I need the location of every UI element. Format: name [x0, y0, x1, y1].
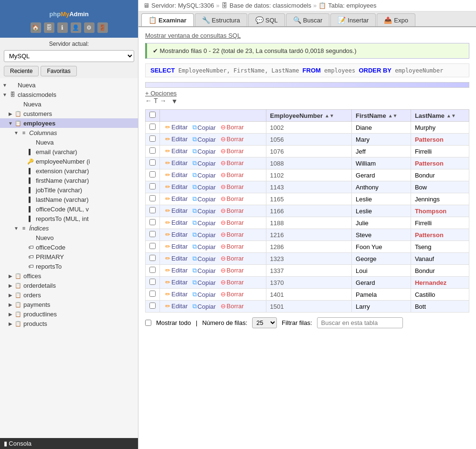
- row-check-0[interactable]: [149, 124, 156, 130]
- delete-button[interactable]: ⊖Borrar: [219, 302, 245, 310]
- delete-button[interactable]: ⊖Borrar: [219, 171, 245, 179]
- toggle-columnas[interactable]: ▼: [13, 130, 19, 136]
- tree-item-offices[interactable]: ▶📋offices: [0, 271, 138, 281]
- row-check-11[interactable]: [149, 255, 156, 261]
- copy-button[interactable]: ⧉Copiar: [191, 147, 217, 156]
- exit-icon[interactable]: 🚪: [97, 22, 108, 33]
- copy-button[interactable]: ⧉Copiar: [191, 230, 217, 239]
- tree-item-nueva-col[interactable]: Nueva: [0, 137, 138, 147]
- tree-item-orders[interactable]: ▶📋orders: [0, 290, 138, 300]
- edit-button[interactable]: ✏Editar: [164, 171, 189, 179]
- tree-item-columnas[interactable]: ▼≡Columnas: [0, 128, 138, 137]
- edit-button[interactable]: ✏Editar: [164, 159, 189, 167]
- tree-item-lastName[interactable]: ▌lastName (varchar): [0, 195, 138, 204]
- home-icon[interactable]: 🏠: [31, 22, 41, 33]
- row-check-10[interactable]: [149, 243, 156, 249]
- delete-button[interactable]: ⊖Borrar: [219, 219, 245, 227]
- tab-estructura[interactable]: 🔧Estructura: [195, 13, 247, 26]
- tree-item-officeCode-idx[interactable]: 🏷officeCode: [0, 242, 138, 252]
- edit-button[interactable]: ✏Editar: [164, 266, 189, 274]
- row-check-6[interactable]: [149, 195, 156, 201]
- toggle-customers[interactable]: ▶: [8, 111, 13, 116]
- tree-item-payments[interactable]: ▶📋payments: [0, 300, 138, 309]
- tab-sql[interactable]: 💬SQL: [248, 13, 285, 26]
- tree-item-nueva-db[interactable]: Nueva: [0, 99, 138, 109]
- tree-item-extension[interactable]: ▌extension (varchar): [0, 166, 138, 176]
- db-icon[interactable]: 🗄: [44, 22, 54, 33]
- tree-item-primary[interactable]: 🏷PRIMARY: [0, 252, 138, 261]
- tree-item-officeCode[interactable]: ▌officeCode (MUL, v: [0, 204, 138, 214]
- tab-buscar[interactable]: 🔍Buscar: [286, 13, 329, 26]
- copy-button[interactable]: ⧉Copiar: [191, 195, 217, 203]
- row-check-7[interactable]: [149, 207, 156, 213]
- edit-button[interactable]: ✏Editar: [164, 195, 189, 203]
- delete-button[interactable]: ⊖Borrar: [219, 159, 245, 167]
- tree-item-nuevo-idx[interactable]: Nuevo: [0, 233, 138, 242]
- tree-item-employeeNumber[interactable]: 🔑employeeNumber (i: [0, 157, 138, 166]
- tree-item-nueva-root[interactable]: ▼Nueva: [0, 80, 138, 90]
- copy-button[interactable]: ⧉Copiar: [191, 290, 217, 299]
- row-check-3[interactable]: [149, 159, 156, 166]
- delete-button[interactable]: ⊖Borrar: [219, 135, 245, 143]
- delete-button[interactable]: ⊖Borrar: [219, 183, 245, 191]
- arrow-left[interactable]: ←: [145, 97, 152, 104]
- recent-button[interactable]: Reciente: [4, 66, 39, 76]
- toggle-employees[interactable]: ▼: [8, 120, 13, 126]
- edit-button[interactable]: ✏Editar: [164, 302, 189, 310]
- copy-button[interactable]: ⧉Copiar: [191, 278, 217, 287]
- tab-expo[interactable]: 📤Expo: [377, 13, 415, 26]
- rows-select[interactable]: 2550100250: [252, 317, 277, 328]
- row-check-5[interactable]: [149, 183, 156, 189]
- toggle-classicmodels[interactable]: ▼: [2, 92, 8, 97]
- console-bar[interactable]: ▮ Consola: [0, 438, 138, 449]
- copy-button[interactable]: ⧉Copiar: [191, 219, 217, 227]
- tree-item-classicmodels[interactable]: ▼🗄classicmodels: [0, 90, 138, 99]
- toggle-products[interactable]: ▶: [8, 321, 13, 326]
- delete-button[interactable]: ⊖Borrar: [219, 290, 245, 298]
- delete-button[interactable]: ⊖Borrar: [219, 254, 245, 262]
- tree-item-products[interactable]: ▶📋products: [0, 319, 138, 328]
- tab-examinar[interactable]: 📋Examinar: [141, 13, 194, 26]
- copy-button[interactable]: ⧉Copiar: [191, 207, 217, 215]
- tree-item-jobTitle[interactable]: ▌jobTitle (varchar): [0, 185, 138, 195]
- tab-insertar[interactable]: 📝Insertar: [330, 13, 376, 26]
- copy-button[interactable]: ⧉Copiar: [191, 159, 217, 167]
- edit-button[interactable]: ✏Editar: [164, 219, 189, 227]
- tree-item-employees[interactable]: ▼📋employees: [0, 118, 138, 128]
- delete-button[interactable]: ⊖Borrar: [219, 266, 245, 274]
- copy-button[interactable]: ⧉Copiar: [191, 254, 217, 263]
- toggle-orderdetails[interactable]: ▶: [8, 282, 13, 288]
- edit-button[interactable]: ✏Editar: [164, 147, 189, 155]
- row-check-8[interactable]: [149, 219, 156, 225]
- toggle-indices[interactable]: ▼: [13, 225, 19, 231]
- copy-button[interactable]: ⧉Copiar: [191, 266, 217, 275]
- info-icon[interactable]: ℹ: [57, 22, 68, 33]
- user-icon[interactable]: 👤: [71, 22, 81, 33]
- toggle-nueva-root[interactable]: ▼: [2, 82, 8, 88]
- select-all-checkbox[interactable]: [149, 112, 156, 118]
- edit-button[interactable]: ✏Editar: [164, 242, 189, 251]
- edit-button[interactable]: ✏Editar: [164, 230, 189, 239]
- row-check-12[interactable]: [149, 267, 156, 273]
- copy-button[interactable]: ⧉Copiar: [191, 302, 217, 311]
- edit-button[interactable]: ✏Editar: [164, 183, 189, 191]
- row-check-13[interactable]: [149, 279, 156, 285]
- tree-item-customers[interactable]: ▶📋customers: [0, 109, 138, 118]
- edit-button[interactable]: ✏Editar: [164, 123, 189, 131]
- delete-button[interactable]: ⊖Borrar: [219, 123, 245, 131]
- delete-button[interactable]: ⊖Borrar: [219, 195, 245, 203]
- copy-button[interactable]: ⧉Copiar: [191, 183, 217, 191]
- arrow-right[interactable]: →: [160, 97, 167, 104]
- bottom-select-all[interactable]: [145, 320, 151, 326]
- edit-button[interactable]: ✏Editar: [164, 278, 189, 286]
- row-check-9[interactable]: [149, 231, 156, 237]
- delete-button[interactable]: ⊖Borrar: [219, 278, 245, 286]
- tree-item-reportsTo-idx[interactable]: 🏷reportsTo: [0, 261, 138, 271]
- tree-item-firstName[interactable]: ▌firstName (varchar): [0, 176, 138, 185]
- edit-button[interactable]: ✏Editar: [164, 290, 189, 298]
- row-check-15[interactable]: [149, 303, 156, 309]
- th-employeenumber[interactable]: EmployeeNumber▲▼: [266, 110, 352, 122]
- favorites-button[interactable]: Favoritas: [41, 66, 76, 76]
- tree-item-email[interactable]: ▌email (varchar): [0, 147, 138, 157]
- tree-item-orderdetails[interactable]: ▶📋orderdetails: [0, 281, 138, 290]
